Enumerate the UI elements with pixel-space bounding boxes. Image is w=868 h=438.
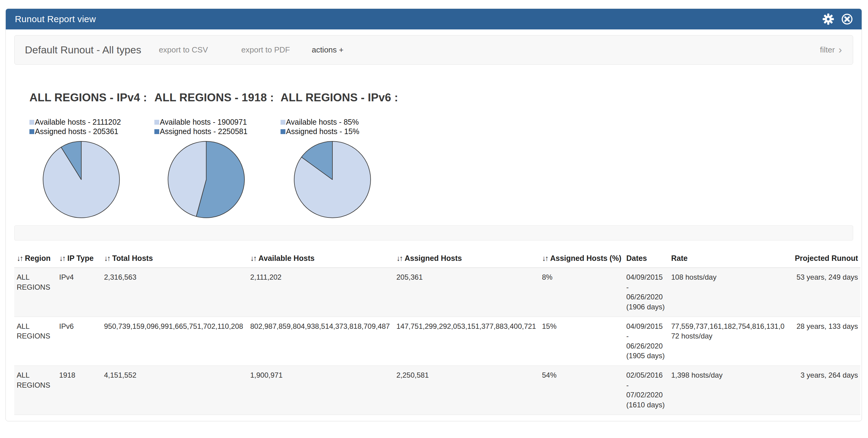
sort-arrows-icon: ↓↑ [104,254,110,262]
column-label: Dates [626,254,647,262]
column-label: IP Type [67,254,94,262]
cell-assigned_hosts: 2,250,581 [394,366,539,415]
filter-toggle[interactable]: filter › [820,45,842,55]
legend-swatch-icon [29,129,34,134]
report-toolbar: Default Runout - All types export to CSV… [14,35,853,65]
cell-total_hosts: 2,316,563 [102,268,248,317]
cell-dates: 04/09/2015 - 06/26/2020 (1906 days) [624,268,669,317]
pie-chart [293,140,372,219]
cell-projected: 3 years, 264 days [790,366,860,415]
column-label: Assigned Hosts (%) [550,254,621,262]
filter-label: filter [820,45,835,55]
runout-report-panel: Runout Report view [5,8,862,421]
gear-icon[interactable] [822,13,834,25]
sort-arrows-icon: ↓↑ [542,254,548,262]
column-header-ip_type[interactable]: ↓↑IP Type [57,249,102,268]
column-header-region[interactable]: ↓↑Region [14,249,57,268]
cell-projected: 53 years, 249 days [790,268,860,317]
cell-assigned_pct: 8% [539,268,624,317]
actions-menu-button[interactable]: actions + [312,45,344,55]
legend-item: Available hosts - 1900971 [154,117,276,127]
column-label: Total Hosts [112,254,153,262]
cell-available_hosts: 1,900,971 [248,366,394,415]
cell-projected: 28 years, 133 days [790,317,860,366]
cell-total_hosts: 950,739,159,096,991,665,751,702,110,208 [102,317,248,366]
table-header-row: ↓↑Region↓↑IP Type↓↑Total Hosts↓↑Availabl… [14,249,860,268]
cell-rate: 1,398 hosts/day [669,366,790,415]
sort-arrows-icon: ↓↑ [396,254,402,262]
legend-swatch-icon [281,129,285,134]
table-row[interactable]: ALL REGIONSIPv6950,739,159,096,991,665,7… [14,317,860,366]
cell-dates: 02/05/2016 - 07/02/2020 (1610 days) [624,366,669,415]
legend-label: Available hosts - 2111202 [35,118,121,126]
cell-region: ALL REGIONS [14,317,57,366]
chart-legend: Available hosts - 1900971Assigned hosts … [154,117,276,136]
cell-assigned_hosts: 205,361 [394,268,539,317]
column-label: Projected Runout [795,254,858,262]
pie-chart [42,140,120,219]
window-title: Runout Report view [15,14,96,24]
column-header-rate: Rate [669,249,790,268]
cell-total_hosts: 4,151,552 [102,366,248,415]
sort-arrows-icon: ↓↑ [250,254,256,262]
legend-label: Assigned hosts - 205361 [35,127,118,136]
chevron-right-icon: › [839,44,842,55]
legend-label: Assigned hosts - 2250581 [160,127,247,136]
sort-arrows-icon: ↓↑ [17,254,23,262]
legend-item: Available hosts - 85% [281,117,402,127]
legend-label: Assigned hosts - 15% [286,127,360,136]
runout-table: ↓↑Region↓↑IP Type↓↑Total Hosts↓↑Availabl… [14,249,860,415]
charts-row: ALL REGIONS - IPv4 :Available hosts - 21… [6,71,862,222]
column-header-assigned_pct[interactable]: ↓↑Assigned Hosts (%) [539,249,624,268]
runout-table-wrap: ↓↑Region↓↑IP Type↓↑Total Hosts↓↑Availabl… [14,249,853,415]
report-title: Default Runout - All types [25,44,141,56]
table-row[interactable]: ALL REGIONS19184,151,5521,900,9712,250,5… [14,366,860,415]
chart-group: ALL REGIONS - IPv4 :Available hosts - 21… [29,91,151,219]
cell-rate: 77,559,737,161,182,754,816,131,072 hosts… [669,317,790,366]
column-header-assigned_hosts[interactable]: ↓↑Assigned Hosts [394,249,539,268]
table-row[interactable]: ALL REGIONSIPv42,316,5632,111,202205,361… [14,268,860,317]
section-separator-bar [14,225,853,241]
column-header-dates: Dates [624,249,669,268]
chart-legend: Available hosts - 85%Assigned hosts - 15… [281,117,402,136]
legend-label: Available hosts - 1900971 [160,118,247,126]
legend-swatch-icon [281,120,285,125]
cell-assigned_hosts: 147,751,299,292,053,151,377,883,400,721 [394,317,539,366]
cell-ip_type: IPv4 [57,268,102,317]
cell-region: ALL REGIONS [14,366,57,415]
legend-swatch-icon [154,129,159,134]
sort-arrows-icon: ↓↑ [59,254,65,262]
window-titlebar: Runout Report view [6,9,862,29]
column-header-available_hosts[interactable]: ↓↑Available Hosts [248,249,394,268]
pie-chart-wrap [167,140,245,219]
pie-chart [167,140,245,219]
cell-assigned_pct: 15% [539,317,624,366]
close-circle-icon[interactable] [841,13,853,25]
cell-available_hosts: 2,111,202 [248,268,394,317]
legend-item: Assigned hosts - 2250581 [154,127,276,136]
legend-swatch-icon [29,120,34,125]
legend-swatch-icon [154,120,159,125]
export-csv-link[interactable]: export to CSV [159,45,208,55]
column-header-projected: Projected Runout [790,249,860,268]
chart-title: ALL REGIONS - 1918 : [154,91,276,104]
column-label: Available Hosts [258,254,314,262]
chart-title: ALL REGIONS - IPv6 : [281,91,402,104]
legend-item: Assigned hosts - 15% [281,127,402,136]
cell-available_hosts: 802,987,859,804,938,514,373,818,709,487 [248,317,394,366]
column-label: Rate [671,254,687,262]
cell-dates: 04/09/2015 - 06/26/2020 (1905 days) [624,317,669,366]
cell-ip_type: 1918 [57,366,102,415]
export-pdf-link[interactable]: export to PDF [241,45,290,55]
cell-rate: 108 hosts/day [669,268,790,317]
chart-group: ALL REGIONS - IPv6 :Available hosts - 85… [281,91,402,219]
legend-item: Assigned hosts - 205361 [29,127,151,136]
column-label: Region [25,254,51,262]
chart-title: ALL REGIONS - IPv4 : [29,91,151,104]
column-label: Assigned Hosts [405,254,462,262]
chart-group: ALL REGIONS - 1918 :Available hosts - 19… [154,91,276,219]
legend-item: Available hosts - 2111202 [29,117,151,127]
chart-legend: Available hosts - 2111202Assigned hosts … [29,117,151,136]
pie-chart-wrap [42,140,120,219]
column-header-total_hosts[interactable]: ↓↑Total Hosts [102,249,248,268]
